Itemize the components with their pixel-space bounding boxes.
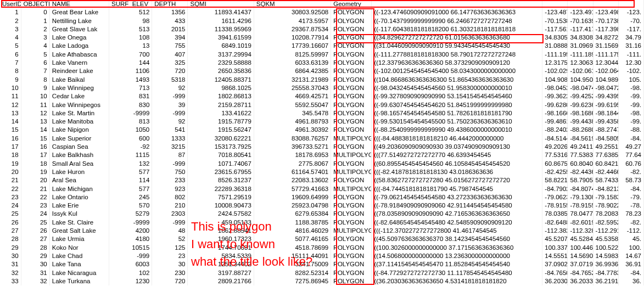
cell[interactable]: POLYGON — [331, 51, 372, 59]
cell[interactable]: 58.82211 — [542, 176, 568, 184]
cell[interactable]: Small Aral Sea — [49, 160, 109, 168]
cell[interactable]: 78.23 — [618, 210, 643, 218]
cell[interactable]: 34.83055 — [542, 33, 568, 42]
cell[interactable]: 4518.78699 — [254, 244, 331, 252]
cell[interactable]: -70.1738 — [593, 17, 618, 25]
col-sqkm[interactable]: SQKM — [254, 0, 331, 8]
cell[interactable]: 9868.1025 — [188, 84, 254, 92]
cell[interactable]: POLYGON — [331, 160, 372, 168]
cell[interactable]: 30803.92508 — [254, 8, 331, 16]
cell[interactable]: 23 — [152, 252, 188, 260]
cell[interactable]: 4173.5957 — [254, 17, 331, 25]
cell[interactable]: 125 — [152, 244, 188, 252]
cell[interactable]: 396733.5271 — [254, 143, 331, 151]
cell[interactable]: -88.2680 — [568, 126, 593, 134]
cell[interactable]: POLYGON — [331, 33, 372, 42]
cell[interactable]: POLYGON — [331, 277, 372, 285]
table-row[interactable]: 2019Lake Huron57775023615.6795561164.574… — [0, 168, 644, 176]
cell[interactable]: 830 — [109, 101, 152, 109]
cell[interactable]: 34.83082 — [568, 33, 593, 42]
cell[interactable]: -82. — [618, 168, 643, 176]
cell[interactable]: ((60.8955454545454560 46.105845454545452… — [372, 160, 542, 168]
cell[interactable]: 25 — [0, 210, 21, 218]
cell[interactable]: 36.20304 — [542, 277, 568, 285]
cell[interactable]: 29 — [0, 244, 21, 252]
cell[interactable]: 77.53166 — [542, 151, 568, 159]
cell[interactable]: 22289.36318 — [188, 185, 254, 193]
cell[interactable]: 14 — [0, 117, 21, 126]
cell[interactable]: 4200 — [109, 227, 152, 235]
cell[interactable]: ((-78.9184909090909060 42.91144545454545… — [372, 201, 542, 210]
cell[interactable]: 513 — [109, 25, 152, 33]
cell[interactable]: -84. — [618, 269, 643, 277]
cell[interactable]: 7 — [0, 59, 21, 67]
cell[interactable]: -99.4438 — [568, 117, 593, 126]
cell[interactable]: 57729.41663 — [254, 185, 331, 193]
cell[interactable]: 10008.90473 — [188, 201, 254, 210]
cell[interactable]: -98. — [618, 109, 643, 117]
table-row[interactable]: 98Lake Baikal1493531812405.8837132131.21… — [0, 76, 644, 84]
cell[interactable]: -88.2747 — [593, 126, 618, 134]
cell[interactable]: (((-84.7445181818181790 45.7987454545 — [372, 185, 542, 193]
cell[interactable]: 105. — [618, 76, 643, 84]
cell[interactable]: -84.5144 — [542, 134, 568, 143]
table-row[interactable]: 109Lake Winnipeg713929868.102525558.3704… — [0, 84, 644, 92]
cell[interactable]: POLYGON — [331, 76, 372, 84]
cell[interactable]: -102.029 — [542, 67, 568, 75]
table-row[interactable]: 2221Lake Michigan57792322289.3631857729.… — [0, 185, 644, 193]
cell[interactable]: 1611.4296 — [188, 17, 254, 25]
cell[interactable]: 58.74333 — [593, 176, 618, 184]
cell[interactable]: 5279 — [109, 210, 152, 218]
cell[interactable]: 6279.65384 — [254, 210, 331, 218]
cell[interactable]: 100.5224 — [593, 244, 618, 252]
cell[interactable]: 36.21919 — [593, 277, 618, 285]
cell[interactable]: ((-84.7729272727272730 11.11785454545454… — [372, 269, 542, 277]
cell[interactable]: 15 — [0, 126, 21, 134]
cell[interactable]: 32080.62221 — [188, 134, 254, 143]
cell[interactable]: 77.53831 — [568, 151, 593, 159]
cell[interactable]: 98 — [109, 17, 152, 25]
cell[interactable]: POLYGON — [331, 117, 372, 126]
cell[interactable]: ((100.3026000000000000 37.17156363636363… — [372, 244, 542, 252]
table-row[interactable]: 54Lake Ladoga137556849.101917739.16607PO… — [0, 42, 644, 50]
cell[interactable]: 100. — [618, 244, 643, 252]
cell[interactable]: 28 — [0, 235, 21, 243]
cell[interactable]: 22 — [0, 185, 21, 193]
cell[interactable]: 60.80409 — [568, 160, 593, 168]
cell[interactable]: Caspian Sea — [49, 143, 109, 151]
cell[interactable]: 4180 — [109, 235, 152, 243]
cell[interactable]: 32131.21989 — [254, 76, 331, 84]
cell[interactable]: -112.382 — [542, 227, 568, 235]
cell[interactable]: -98.0452 — [542, 84, 568, 92]
table-row[interactable]: 76Lake Vanern1443252329.588886033.63139P… — [0, 59, 644, 67]
cell[interactable]: 6003 — [109, 260, 152, 268]
cell[interactable]: 433 — [152, 17, 188, 25]
cell[interactable]: 17 — [21, 151, 49, 159]
table-row[interactable]: 2322Lake Ontario2458027571.2951919609.64… — [0, 193, 644, 201]
cell[interactable]: -99.6195 — [593, 101, 618, 109]
cell[interactable]: 5592.55047 — [254, 101, 331, 109]
cell[interactable]: 14.55518 — [542, 252, 568, 260]
cell[interactable]: 39 — [152, 101, 188, 109]
cell[interactable]: 3215 — [152, 143, 188, 151]
cell[interactable]: 92 — [152, 84, 188, 92]
cell[interactable]: -9999 — [109, 109, 152, 117]
cell[interactable]: 3941.61599 — [188, 33, 254, 42]
cell[interactable]: ((-79.0621454545454580 43.27233636363636… — [372, 193, 542, 201]
cell[interactable]: -99.4358 — [593, 117, 618, 126]
cell[interactable]: 24 — [0, 201, 21, 210]
cell[interactable]: 2650.35836 — [188, 67, 254, 75]
cell[interactable]: -78.9022 — [593, 201, 618, 210]
cell[interactable]: 78.03855 — [542, 210, 568, 218]
table-row[interactable]: 2423Lake Erie57021010008.9047325923.0479… — [0, 201, 644, 210]
cell[interactable]: 36.91 — [618, 260, 643, 268]
cell[interactable]: 49.25512 — [593, 143, 618, 151]
cell[interactable]: 2 — [0, 17, 21, 25]
cell[interactable]: -117. — [618, 25, 643, 33]
cell[interactable]: -84.7902 — [542, 185, 568, 193]
cell[interactable]: 5077.46165 — [254, 235, 331, 243]
cell[interactable]: 0 — [21, 8, 49, 16]
cell[interactable]: MULTIPOLYGON — [331, 151, 372, 159]
cell[interactable]: POLYGON — [331, 126, 372, 134]
cell[interactable]: 813 — [109, 117, 152, 126]
